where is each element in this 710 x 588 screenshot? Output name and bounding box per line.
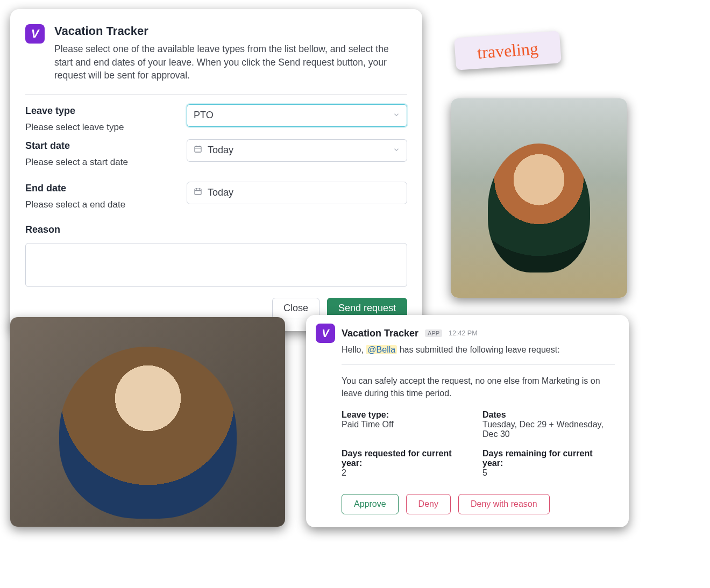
dates-label: Dates [482,410,615,420]
form-title: Vacation Tracker [54,24,407,38]
dates-value: Tuesday, Dec 29 + Wednesday, Dec 30 [482,420,615,439]
traveler-photo [451,98,627,298]
message-details: Leave type: Paid Time Off Dates Tuesday,… [342,410,615,483]
user-photo [10,317,285,527]
leave-type-value: Paid Time Off [342,420,474,429]
end-date-field: End date Please select a end date Today [25,182,407,210]
intro-prefix: Hello, [342,345,366,354]
svg-rect-4 [195,189,201,195]
leave-type-select[interactable]: PTO [187,104,407,127]
days-remaining-label: Days remaining for current year: [482,449,615,468]
deny-button[interactable]: Deny [406,494,451,514]
reason-textarea[interactable] [25,243,407,287]
end-date-input[interactable]: Today [187,182,407,204]
days-remaining-value: 5 [482,468,615,478]
leave-type-field: Leave type Please select leave type PTO [25,104,407,133]
message-actions: Approve Deny Deny with reason [342,494,615,514]
calendar-icon [194,187,202,198]
start-date-label: Start date [25,140,187,152]
leave-type-hint: Please select leave type [25,122,187,133]
calendar-icon [194,145,202,156]
chevron-down-icon [393,145,400,156]
days-requested-value: 2 [342,468,474,478]
start-date-input[interactable]: Today [187,139,407,162]
app-logo-icon: V [25,24,45,44]
message-app-name: Vacation Tracker [342,328,418,339]
message-time: 12:42 PM [449,329,478,337]
form-header: V Vacation Tracker Please select one of … [25,24,407,82]
message-intro: Hello, @Bella has submitted the followin… [342,345,615,355]
start-date-field: Start date Please select a start date To… [25,139,407,168]
reason-field: Reason [25,224,407,289]
leave-type-label: Leave type: [342,410,474,420]
divider [342,364,615,365]
deny-with-reason-button[interactable]: Deny with reason [458,494,550,514]
sticky-note: traveling [454,31,562,70]
leave-request-form: V Vacation Tracker Please select one of … [10,9,422,331]
end-date-label: End date [25,183,187,194]
safe-accept-message: You can safely accept the request, no on… [342,375,615,399]
start-date-value: Today [208,145,233,156]
end-date-hint: Please select a end date [25,199,187,210]
leave-request-message: V Vacation Tracker APP 12:42 PM Hello, @… [306,315,629,527]
approve-button[interactable]: Approve [342,494,399,514]
user-mention[interactable]: @Bella [366,345,397,354]
message-header: V Vacation Tracker APP 12:42 PM [316,324,615,343]
leave-type-label: Leave type [25,105,187,117]
start-date-hint: Please select a start date [25,157,187,168]
reason-label: Reason [25,224,407,235]
app-logo-icon: V [316,324,335,343]
end-date-value: Today [208,187,233,198]
intro-suffix: has submitted the following leave reques… [397,345,559,354]
chevron-down-icon [393,110,400,121]
app-badge: APP [425,329,442,337]
form-instructions: Please select one of the available leave… [54,42,407,82]
days-requested-label: Days requested for current year: [342,449,474,468]
leave-type-value: PTO [194,110,214,121]
divider [25,94,407,95]
svg-rect-0 [195,146,201,152]
